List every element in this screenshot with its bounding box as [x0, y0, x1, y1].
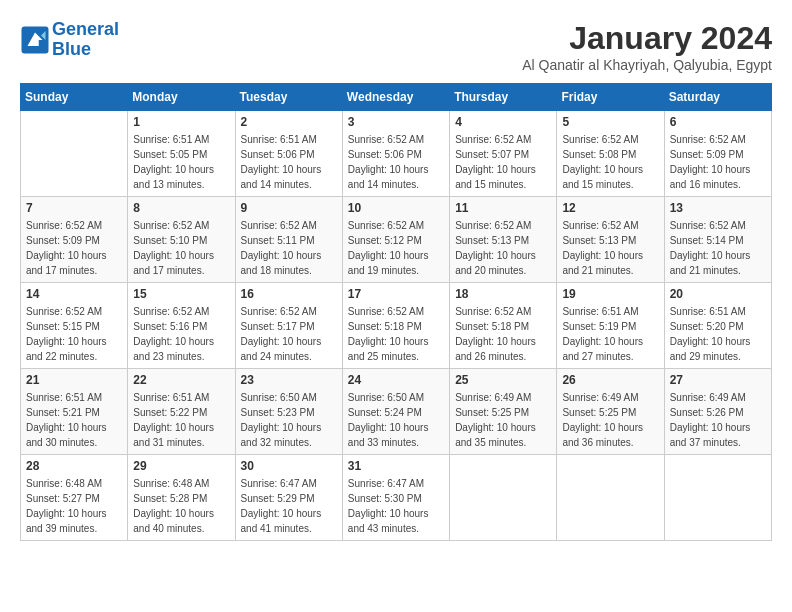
- calendar-cell: 16Sunrise: 6:52 AM Sunset: 5:17 PM Dayli…: [235, 283, 342, 369]
- day-number: 15: [133, 287, 229, 301]
- day-info: Sunrise: 6:52 AM Sunset: 5:18 PM Dayligh…: [455, 304, 551, 364]
- day-number: 1: [133, 115, 229, 129]
- day-info: Sunrise: 6:52 AM Sunset: 5:13 PM Dayligh…: [562, 218, 658, 278]
- day-number: 19: [562, 287, 658, 301]
- calendar-week-row: 7Sunrise: 6:52 AM Sunset: 5:09 PM Daylig…: [21, 197, 772, 283]
- calendar-cell: 2Sunrise: 6:51 AM Sunset: 5:06 PM Daylig…: [235, 111, 342, 197]
- calendar-cell: 19Sunrise: 6:51 AM Sunset: 5:19 PM Dayli…: [557, 283, 664, 369]
- calendar-cell: 11Sunrise: 6:52 AM Sunset: 5:13 PM Dayli…: [450, 197, 557, 283]
- calendar-cell: 13Sunrise: 6:52 AM Sunset: 5:14 PM Dayli…: [664, 197, 771, 283]
- weekday-header-sunday: Sunday: [21, 84, 128, 111]
- day-info: Sunrise: 6:51 AM Sunset: 5:19 PM Dayligh…: [562, 304, 658, 364]
- weekday-header-row: SundayMondayTuesdayWednesdayThursdayFrid…: [21, 84, 772, 111]
- day-number: 16: [241, 287, 337, 301]
- day-info: Sunrise: 6:47 AM Sunset: 5:30 PM Dayligh…: [348, 476, 444, 536]
- day-number: 7: [26, 201, 122, 215]
- day-info: Sunrise: 6:52 AM Sunset: 5:15 PM Dayligh…: [26, 304, 122, 364]
- day-info: Sunrise: 6:52 AM Sunset: 5:09 PM Dayligh…: [26, 218, 122, 278]
- day-number: 9: [241, 201, 337, 215]
- calendar-cell: 29Sunrise: 6:48 AM Sunset: 5:28 PM Dayli…: [128, 455, 235, 541]
- calendar-cell: 17Sunrise: 6:52 AM Sunset: 5:18 PM Dayli…: [342, 283, 449, 369]
- logo-text: General Blue: [52, 20, 119, 60]
- calendar-cell: 22Sunrise: 6:51 AM Sunset: 5:22 PM Dayli…: [128, 369, 235, 455]
- day-number: 29: [133, 459, 229, 473]
- calendar-cell: 26Sunrise: 6:49 AM Sunset: 5:25 PM Dayli…: [557, 369, 664, 455]
- day-number: 17: [348, 287, 444, 301]
- day-number: 2: [241, 115, 337, 129]
- month-title: January 2024: [522, 20, 772, 57]
- calendar-table: SundayMondayTuesdayWednesdayThursdayFrid…: [20, 83, 772, 541]
- calendar-cell: 21Sunrise: 6:51 AM Sunset: 5:21 PM Dayli…: [21, 369, 128, 455]
- day-number: 27: [670, 373, 766, 387]
- day-number: 5: [562, 115, 658, 129]
- calendar-cell: 6Sunrise: 6:52 AM Sunset: 5:09 PM Daylig…: [664, 111, 771, 197]
- calendar-cell: [450, 455, 557, 541]
- weekday-header-wednesday: Wednesday: [342, 84, 449, 111]
- calendar-cell: 9Sunrise: 6:52 AM Sunset: 5:11 PM Daylig…: [235, 197, 342, 283]
- calendar-cell: 27Sunrise: 6:49 AM Sunset: 5:26 PM Dayli…: [664, 369, 771, 455]
- calendar-cell: 10Sunrise: 6:52 AM Sunset: 5:12 PM Dayli…: [342, 197, 449, 283]
- day-info: Sunrise: 6:52 AM Sunset: 5:11 PM Dayligh…: [241, 218, 337, 278]
- day-info: Sunrise: 6:52 AM Sunset: 5:18 PM Dayligh…: [348, 304, 444, 364]
- calendar-cell: 28Sunrise: 6:48 AM Sunset: 5:27 PM Dayli…: [21, 455, 128, 541]
- location: Al Qanatir al Khayriyah, Qalyubia, Egypt: [522, 57, 772, 73]
- day-info: Sunrise: 6:49 AM Sunset: 5:26 PM Dayligh…: [670, 390, 766, 450]
- calendar-cell: 8Sunrise: 6:52 AM Sunset: 5:10 PM Daylig…: [128, 197, 235, 283]
- day-number: 23: [241, 373, 337, 387]
- day-info: Sunrise: 6:52 AM Sunset: 5:10 PM Dayligh…: [133, 218, 229, 278]
- day-number: 3: [348, 115, 444, 129]
- day-info: Sunrise: 6:49 AM Sunset: 5:25 PM Dayligh…: [455, 390, 551, 450]
- day-info: Sunrise: 6:52 AM Sunset: 5:07 PM Dayligh…: [455, 132, 551, 192]
- calendar-cell: [21, 111, 128, 197]
- logo: General Blue: [20, 20, 119, 60]
- day-info: Sunrise: 6:51 AM Sunset: 5:06 PM Dayligh…: [241, 132, 337, 192]
- calendar-cell: 1Sunrise: 6:51 AM Sunset: 5:05 PM Daylig…: [128, 111, 235, 197]
- day-number: 26: [562, 373, 658, 387]
- day-info: Sunrise: 6:47 AM Sunset: 5:29 PM Dayligh…: [241, 476, 337, 536]
- day-info: Sunrise: 6:49 AM Sunset: 5:25 PM Dayligh…: [562, 390, 658, 450]
- calendar-cell: [557, 455, 664, 541]
- day-number: 22: [133, 373, 229, 387]
- day-info: Sunrise: 6:48 AM Sunset: 5:28 PM Dayligh…: [133, 476, 229, 536]
- day-info: Sunrise: 6:52 AM Sunset: 5:13 PM Dayligh…: [455, 218, 551, 278]
- calendar-cell: 14Sunrise: 6:52 AM Sunset: 5:15 PM Dayli…: [21, 283, 128, 369]
- day-info: Sunrise: 6:52 AM Sunset: 5:06 PM Dayligh…: [348, 132, 444, 192]
- calendar-week-row: 21Sunrise: 6:51 AM Sunset: 5:21 PM Dayli…: [21, 369, 772, 455]
- calendar-cell: 24Sunrise: 6:50 AM Sunset: 5:24 PM Dayli…: [342, 369, 449, 455]
- calendar-cell: 30Sunrise: 6:47 AM Sunset: 5:29 PM Dayli…: [235, 455, 342, 541]
- calendar-cell: 12Sunrise: 6:52 AM Sunset: 5:13 PM Dayli…: [557, 197, 664, 283]
- calendar-header: SundayMondayTuesdayWednesdayThursdayFrid…: [21, 84, 772, 111]
- calendar-cell: 25Sunrise: 6:49 AM Sunset: 5:25 PM Dayli…: [450, 369, 557, 455]
- day-number: 21: [26, 373, 122, 387]
- weekday-header-tuesday: Tuesday: [235, 84, 342, 111]
- logo-line2: Blue: [52, 39, 91, 59]
- calendar-cell: 18Sunrise: 6:52 AM Sunset: 5:18 PM Dayli…: [450, 283, 557, 369]
- page-header: General Blue January 2024 Al Qanatir al …: [20, 20, 772, 73]
- day-number: 31: [348, 459, 444, 473]
- day-info: Sunrise: 6:52 AM Sunset: 5:09 PM Dayligh…: [670, 132, 766, 192]
- day-number: 13: [670, 201, 766, 215]
- logo-line1: General: [52, 19, 119, 39]
- weekday-header-monday: Monday: [128, 84, 235, 111]
- calendar-cell: [664, 455, 771, 541]
- day-info: Sunrise: 6:48 AM Sunset: 5:27 PM Dayligh…: [26, 476, 122, 536]
- day-info: Sunrise: 6:51 AM Sunset: 5:20 PM Dayligh…: [670, 304, 766, 364]
- calendar-cell: 23Sunrise: 6:50 AM Sunset: 5:23 PM Dayli…: [235, 369, 342, 455]
- day-info: Sunrise: 6:51 AM Sunset: 5:21 PM Dayligh…: [26, 390, 122, 450]
- calendar-cell: 20Sunrise: 6:51 AM Sunset: 5:20 PM Dayli…: [664, 283, 771, 369]
- calendar-cell: 7Sunrise: 6:52 AM Sunset: 5:09 PM Daylig…: [21, 197, 128, 283]
- calendar-cell: 3Sunrise: 6:52 AM Sunset: 5:06 PM Daylig…: [342, 111, 449, 197]
- day-number: 28: [26, 459, 122, 473]
- day-number: 6: [670, 115, 766, 129]
- day-number: 14: [26, 287, 122, 301]
- day-info: Sunrise: 6:52 AM Sunset: 5:17 PM Dayligh…: [241, 304, 337, 364]
- calendar-cell: 15Sunrise: 6:52 AM Sunset: 5:16 PM Dayli…: [128, 283, 235, 369]
- day-info: Sunrise: 6:50 AM Sunset: 5:24 PM Dayligh…: [348, 390, 444, 450]
- day-info: Sunrise: 6:52 AM Sunset: 5:08 PM Dayligh…: [562, 132, 658, 192]
- calendar-week-row: 28Sunrise: 6:48 AM Sunset: 5:27 PM Dayli…: [21, 455, 772, 541]
- title-area: January 2024 Al Qanatir al Khayriyah, Qa…: [522, 20, 772, 73]
- weekday-header-friday: Friday: [557, 84, 664, 111]
- day-number: 24: [348, 373, 444, 387]
- weekday-header-saturday: Saturday: [664, 84, 771, 111]
- calendar-cell: 5Sunrise: 6:52 AM Sunset: 5:08 PM Daylig…: [557, 111, 664, 197]
